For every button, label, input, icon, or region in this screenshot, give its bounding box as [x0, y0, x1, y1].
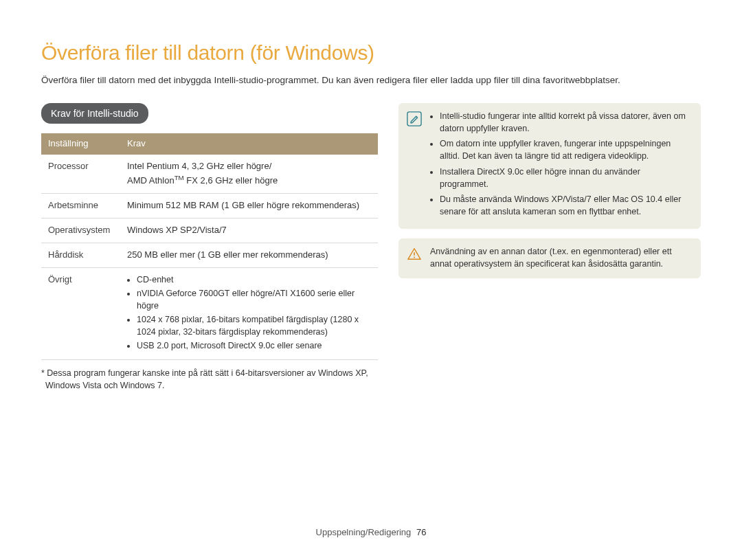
note-list: Intelli-studio fungerar inte alltid korr… — [430, 110, 691, 221]
processor-tm-sup: TM — [175, 174, 184, 181]
row-label-processor: Processor — [41, 155, 120, 194]
row-label-hdd: Hårddisk — [41, 243, 120, 267]
row-label-ram: Arbetsminne — [41, 194, 120, 219]
table-row: Processor Intel Pentium 4, 3,2 GHz eller… — [41, 155, 378, 194]
table-row: Övrigt CD-enhet nVIDIA Geforce 7600GT el… — [41, 267, 378, 359]
list-item: USB 2.0 port, Microsoft DirectX 9.0c ell… — [137, 339, 371, 352]
processor-line2a: AMD Athlon — [127, 175, 175, 186]
svg-point-2 — [414, 257, 415, 258]
row-label-os: Operativsystem — [41, 219, 120, 243]
table-header-setting: Inställning — [41, 133, 120, 155]
warning-icon — [407, 245, 422, 270]
list-item: CD-enhet — [137, 273, 371, 286]
footer-page-number: 76 — [416, 527, 426, 537]
requirements-table: Inställning Krav Processor Intel Pentium… — [41, 133, 378, 359]
note-icon — [407, 110, 422, 221]
table-header-requirement: Krav — [120, 133, 378, 155]
list-item: nVIDIA Geforce 7600GT eller högre/ATI X1… — [137, 287, 371, 312]
row-value-ram: Minimum 512 MB RAM (1 GB eller högre rek… — [120, 194, 378, 219]
right-column: Intelli-studio fungerar inte alltid korr… — [398, 103, 701, 392]
note-callout: Intelli-studio fungerar inte alltid korr… — [398, 103, 701, 229]
row-value-os: Windows XP SP2/Vista/7 — [120, 219, 378, 243]
left-column: Krav för Intelli-studio Inställning Krav… — [41, 103, 378, 392]
table-row: Arbetsminne Minimum 512 MB RAM (1 GB ell… — [41, 194, 378, 219]
table-row: Hårddisk 250 MB eller mer (1 GB eller me… — [41, 243, 378, 267]
row-value-other: CD-enhet nVIDIA Geforce 7600GT eller hög… — [120, 267, 378, 359]
warning-triangle-icon — [407, 247, 422, 262]
two-column-layout: Krav för Intelli-studio Inställning Krav… — [41, 103, 701, 392]
section-heading-pill: Krav för Intelli-studio — [41, 103, 148, 124]
processor-line2b: FX 2,6 GHz eller högre — [184, 175, 278, 186]
row-label-other: Övrigt — [41, 267, 120, 359]
page-title: Överföra filer till datorn (för Windows) — [41, 38, 701, 68]
list-item: Intelli-studio fungerar inte alltid korr… — [440, 110, 691, 135]
page-footer: Uppspelning/Redigering 76 — [0, 526, 742, 539]
list-item: Installera DirectX 9.0c eller högre inna… — [440, 166, 691, 190]
intro-paragraph: Överföra filer till datorn med det inbyg… — [41, 74, 701, 87]
row-value-processor: Intel Pentium 4, 3,2 GHz eller högre/ AM… — [120, 155, 378, 194]
table-footnote: * Dessa program fungerar kanske inte på … — [41, 367, 378, 392]
footer-section-label: Uppspelning/Redigering — [316, 527, 412, 537]
note-pencil-icon — [407, 111, 422, 126]
list-item: Om datorn inte uppfyller kraven, fungera… — [440, 137, 691, 162]
list-item: 1024 x 768 pixlar, 16-bitars kompatibel … — [137, 313, 371, 338]
warning-text: Användning av en annan dator (t.ex. en e… — [430, 245, 691, 270]
row-value-hdd: 250 MB eller mer (1 GB eller mer rekomme… — [120, 243, 378, 267]
processor-line1: Intel Pentium 4, 3,2 GHz eller högre/ — [127, 161, 271, 171]
list-item: Du måste använda Windows XP/Vista/7 elle… — [440, 193, 691, 218]
warning-callout: Användning av en annan dator (t.ex. en e… — [398, 238, 701, 278]
table-row: Operativsystem Windows XP SP2/Vista/7 — [41, 219, 378, 243]
